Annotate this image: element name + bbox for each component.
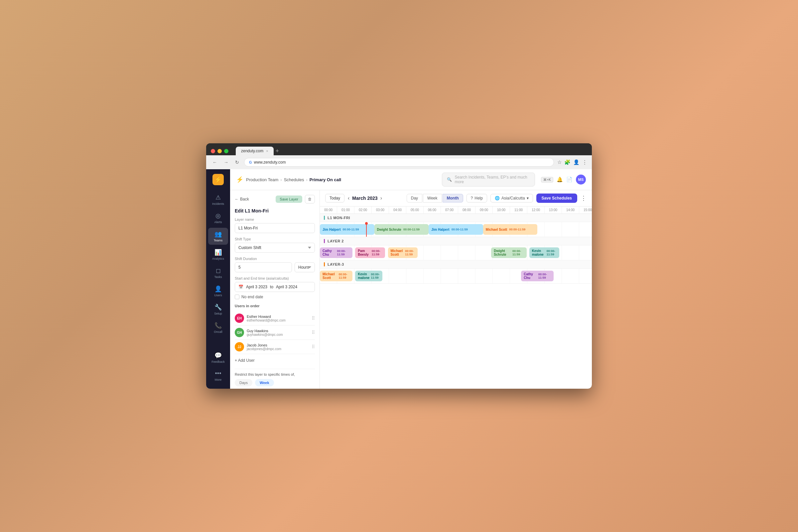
tab-bar: zenduty.com × + — [236, 147, 587, 155]
calendar-section: Today ‹ March 2023 › Day Week Month ? — [320, 190, 592, 389]
sidebar-item-setup[interactable]: 🔧 Setup — [208, 301, 228, 318]
help-circle-icon: ? — [471, 196, 473, 201]
user-avatar[interactable]: MS — [576, 174, 586, 185]
month-label: March 2023 — [352, 195, 377, 201]
sidebar-item-more[interactable]: ••• More — [208, 367, 228, 384]
breadcrumb-production-team[interactable]: Production Team — [246, 177, 278, 182]
shift-time: 00:00-11:59 — [372, 249, 383, 256]
more-icon: ••• — [215, 370, 222, 377]
extensions-icon[interactable]: 🧩 — [564, 159, 571, 165]
shift-kevin-l2: Kevin malone 00:00-11:59 — [529, 247, 559, 258]
date-end: April 3 2024 — [276, 285, 297, 289]
tab-close-btn[interactable]: × — [266, 149, 268, 153]
shift-time: 00:00-11:59 — [337, 249, 350, 256]
drag-handle-jacob[interactable]: ⠿ — [311, 344, 315, 349]
timezone-button[interactable]: 🌐 Asia/Calcutta ▾ — [491, 194, 533, 203]
browser-window: zenduty.com × + ← → ↻ G www.zenduty.com … — [206, 143, 592, 389]
sidebar: ⚡ ⚠ Incidents ◎ Alerts 👥 Teams 📊 Analyti… — [206, 169, 230, 389]
next-month-btn[interactable]: › — [380, 195, 382, 201]
layer-name-input[interactable] — [235, 223, 315, 233]
shift-name: Pam Beesly — [358, 249, 370, 256]
google-indicator: G — [249, 160, 252, 164]
shift-type-select[interactable]: Custom Shift — [235, 243, 315, 253]
back-button[interactable]: ← Back — [235, 197, 249, 202]
shift-name: Dwight Schrute — [494, 249, 511, 256]
bookmark-icon[interactable]: ☆ — [557, 159, 562, 165]
search-bar[interactable]: 🔍 Search Incidents, Teams, EP's and much… — [442, 173, 535, 187]
shift-time: 00:00-11:59 — [512, 249, 524, 256]
address-bar[interactable]: G www.zenduty.com — [244, 158, 554, 167]
drag-handle-guy[interactable]: ⠿ — [311, 330, 315, 335]
delete-layer-button[interactable]: 🗑 — [305, 195, 315, 204]
back-nav-btn[interactable]: ← — [211, 158, 219, 166]
breadcrumb-primary-oncall: Primary On call — [309, 177, 341, 182]
week-toggle[interactable]: Week — [255, 379, 274, 386]
sidebar-item-users[interactable]: 👤 Users — [208, 283, 228, 300]
shortcut-badge: ⌘+K — [541, 177, 553, 183]
time-header-01:00: 01:00 — [337, 207, 355, 213]
user-row-gh: GH Guy Hawkins guyhawkins@dmpc.com ⠿ — [235, 325, 315, 340]
back-label: Back — [240, 197, 249, 202]
help-label: Help — [474, 196, 483, 201]
time-header-04:00: 04:00 — [389, 207, 406, 213]
docs-icon[interactable]: 📄 — [566, 176, 573, 183]
breadcrumb-sep-1: › — [280, 177, 282, 182]
users-icon: 👤 — [214, 285, 222, 292]
help-button[interactable]: ? Help — [467, 194, 487, 203]
sidebar-item-tasks[interactable]: ◻ Tasks — [208, 264, 228, 281]
sidebar-item-teams[interactable]: 👥 Teams — [208, 228, 228, 245]
time-header-00:00: 00:00 — [320, 207, 337, 213]
today-button[interactable]: Today — [325, 194, 344, 203]
day-view-btn[interactable]: Day — [407, 194, 422, 203]
layer-name-l3: LAYER-3 — [324, 262, 344, 266]
sidebar-item-oncall[interactable]: 📞 Oncall — [208, 319, 228, 336]
logo-icon: ⚡ — [214, 176, 222, 183]
user-name-jacob: Jacob Jones — [247, 343, 309, 347]
shift-name: Kevin malone — [358, 272, 369, 280]
user-info-guy: Guy Hawkins guyhawkins@dmpc.com — [247, 329, 309, 337]
add-user-button[interactable]: + Add User — [235, 356, 255, 365]
timeline-container: 00:0001:0002:0003:0004:0005:0006:0007:00… — [320, 207, 592, 389]
more-label: More — [215, 378, 222, 381]
sidebar-item-analytics[interactable]: 📊 Analytics — [208, 246, 228, 263]
shift-name: Michael Scott — [391, 249, 404, 256]
shift-type-label: Shift Type — [235, 237, 315, 241]
forward-nav-btn[interactable]: → — [222, 158, 230, 166]
sidebar-item-incidents[interactable]: ⚠ Incidents — [208, 191, 228, 208]
sidebar-item-feedback[interactable]: 💬 Feedback — [208, 349, 228, 366]
fullscreen-traffic-light[interactable] — [224, 149, 228, 153]
notification-icon[interactable]: 🔔 — [557, 176, 563, 183]
reload-btn[interactable]: ↻ — [233, 158, 241, 166]
close-traffic-light[interactable] — [211, 149, 215, 153]
date-range-label: Start and End time (asia/calcutta) — [235, 276, 315, 280]
toggle-row: Days Week — [235, 379, 315, 386]
edit-panel-header: ← Back Save Layer 🗑 — [235, 195, 315, 204]
more-options-btn[interactable]: ⋮ — [581, 194, 587, 202]
menu-icon[interactable]: ⋮ — [582, 159, 587, 165]
new-tab-btn[interactable]: + — [276, 148, 279, 155]
shift-duration-unit-select[interactable]: Hours — [294, 262, 315, 272]
breadcrumb-schedules[interactable]: Schedules — [284, 177, 304, 182]
prev-month-btn[interactable]: ‹ — [348, 195, 349, 201]
current-time-line — [366, 222, 367, 237]
week-view-btn[interactable]: Week — [423, 194, 441, 203]
time-header-02:00: 02:00 — [355, 207, 372, 213]
time-header-06:00: 06:00 — [424, 207, 441, 213]
sidebar-item-alerts[interactable]: ◎ Alerts — [208, 209, 228, 226]
user-email-guy: guyhawkins@dmpc.com — [247, 333, 309, 337]
date-range-field[interactable]: 📅 April 3 2023 to April 3 2024 — [235, 282, 315, 292]
month-view-btn[interactable]: Month — [442, 194, 463, 203]
drag-handle-esther[interactable]: ⠿ — [311, 316, 315, 321]
shift-time: 00:00-11:59 — [371, 273, 380, 279]
no-end-date-checkbox[interactable] — [235, 294, 240, 299]
minimize-traffic-light[interactable] — [217, 149, 222, 153]
shift-name: Jim Halpert — [431, 228, 449, 231]
app-container: ⚡ ⚠ Incidents ◎ Alerts 👥 Teams 📊 Analyti… — [206, 169, 592, 389]
top-navigation: ⚡ Production Team › Schedules › Primary … — [230, 169, 592, 190]
save-layer-button[interactable]: Save Layer — [276, 195, 302, 203]
save-schedules-button[interactable]: Save Schedules — [536, 193, 577, 203]
days-toggle[interactable]: Days — [235, 379, 252, 386]
active-tab[interactable]: zenduty.com × — [236, 147, 274, 155]
shift-duration-input[interactable] — [235, 262, 292, 272]
profile-icon[interactable]: 👤 — [573, 159, 580, 165]
